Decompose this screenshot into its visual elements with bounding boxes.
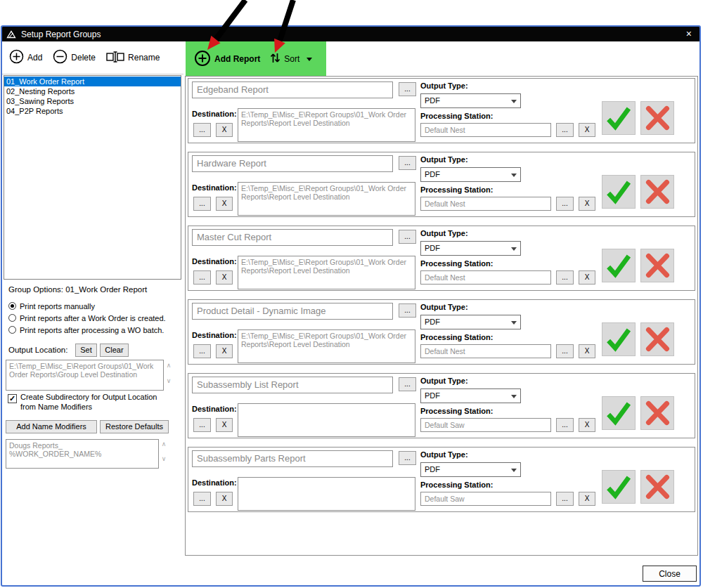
group-list-item[interactable]: 03_Sawing Reports [4,96,181,106]
destination-textarea[interactable] [238,477,415,511]
radio-print-after-work-order[interactable]: Print reports after a Work Order is crea… [8,313,166,322]
report-name-browse-button[interactable]: ... [399,230,416,244]
delete-report-button[interactable] [640,175,674,209]
destination-browse-button[interactable]: ... [193,123,211,137]
output-type-select[interactable]: PDF [420,462,521,477]
name-modifiers-textarea[interactable]: Dougs Reports_ %WORK_ORDER_NAME% [6,439,159,469]
add-name-modifiers-button[interactable]: Add Name Modifiers [6,420,97,433]
delete-report-button[interactable] [640,396,674,430]
processing-station-input[interactable]: Default Saw [420,492,551,506]
report-name-browse-button[interactable]: ... [399,451,416,465]
group-list-item[interactable]: 04_P2P Reports [4,106,181,116]
output-type-select[interactable]: PDF [420,93,521,108]
destination-browse-button[interactable]: ... [193,344,211,358]
delete-group-button[interactable]: Delete [53,49,96,66]
create-subdirectory-checkbox[interactable]: ✓ [8,394,17,403]
station-clear-button[interactable]: X [579,197,595,211]
processing-station-input[interactable]: Default Nest [420,123,551,137]
station-browse-button[interactable]: ... [556,344,574,358]
destination-textarea[interactable]: E:\Temp_E\Misc_E\Report Groups\01_Work O… [238,182,415,216]
report-name-browse-button[interactable]: ... [399,156,416,170]
output-type-select[interactable]: PDF [420,315,521,329]
scroll-down-icon[interactable]: ∨ [164,378,174,384]
group-list-item[interactable]: 02_Nesting Reports [4,86,181,96]
accept-report-button[interactable] [602,396,636,430]
rename-group-button[interactable]: Rename [106,51,160,65]
accept-report-button[interactable] [602,101,636,135]
delete-report-button[interactable] [640,249,674,282]
close-icon[interactable]: × [686,28,692,39]
station-clear-button[interactable]: X [579,344,595,358]
destination-clear-button[interactable]: X [216,492,233,506]
scroll-down-icon[interactable]: ∨ [159,456,169,462]
processing-station-input[interactable]: Default Nest [420,197,551,211]
checkbox-check-icon: ✓ [9,394,15,403]
destination-clear-button[interactable]: X [216,418,233,432]
select-caret-icon [511,174,517,177]
add-report-button[interactable]: Add Report [194,50,260,69]
destination-textarea[interactable]: E:\Temp_E\Misc_E\Report Groups\01_Work O… [238,108,415,142]
report-name-input[interactable]: Hardware Report [192,155,393,172]
destination-clear-button[interactable]: X [216,344,233,358]
destination-browse-button[interactable]: ... [193,418,211,432]
station-browse-button[interactable]: ... [556,492,574,506]
add-group-button[interactable]: Add [9,49,42,66]
report-name-input[interactable]: Edgeband Report [192,81,393,98]
processing-station-input[interactable]: Default Nest [420,344,551,358]
report-name-input[interactable]: Product Detail - Dynamic Image [192,303,393,320]
station-browse-button[interactable]: ... [556,123,574,137]
station-clear-button[interactable]: X [579,492,595,506]
report-name-browse-button[interactable]: ... [399,377,416,391]
x-icon [641,396,673,430]
destination-clear-button[interactable]: X [216,197,233,211]
destination-browse-button[interactable]: ... [193,270,211,285]
delete-report-button[interactable] [640,322,674,356]
destination-browse-button[interactable]: ... [193,492,211,506]
accept-report-button[interactable] [602,175,636,209]
destination-textarea[interactable]: E:\Temp_E\Misc_E\Report Groups\01_Work O… [238,256,415,289]
delete-report-button[interactable] [640,470,674,504]
radio-label: Print reports after processing a WO batc… [20,326,164,334]
processing-station-input[interactable]: Default Nest [420,270,551,285]
station-browse-button[interactable]: ... [556,418,574,432]
output-type-select[interactable]: PDF [420,167,521,182]
clear-output-location-button[interactable]: Clear [100,344,129,357]
output-type-label: Output Type: [420,450,468,459]
scroll-up-icon[interactable]: ∧ [159,441,169,447]
processing-station-input[interactable]: Default Saw [420,418,551,432]
accept-report-button[interactable] [602,322,636,356]
select-caret-icon [511,100,517,103]
scroll-up-icon[interactable]: ∧ [164,362,174,369]
radio-print-after-wo-batch[interactable]: Print reports after processing a WO batc… [8,325,164,334]
output-type-select[interactable]: PDF [420,388,521,403]
accept-report-button[interactable] [602,249,636,282]
report-name-input[interactable]: Subassembly Parts Report [192,450,393,467]
destination-browse-button[interactable]: ... [193,197,211,211]
station-clear-button[interactable]: X [579,418,595,432]
set-output-location-button[interactable]: Set [75,344,97,357]
report-name-browse-button[interactable]: ... [399,303,416,318]
restore-defaults-button[interactable]: Restore Defaults [100,420,169,433]
accept-report-button[interactable] [602,470,636,504]
group-list-item[interactable]: 01_Work Order Report [4,77,181,86]
output-type-label: Output Type: [420,377,468,385]
destination-clear-button[interactable]: X [216,123,233,137]
destination-textarea[interactable]: E:\Temp_E\Misc_E\Report Groups\01_Work O… [238,329,415,363]
report-name-browse-button[interactable]: ... [399,82,416,96]
report-row: Subassembly List Report ... Output Type:… [188,373,695,438]
station-browse-button[interactable]: ... [556,270,574,285]
delete-report-button[interactable] [640,101,674,135]
sort-button[interactable]: Sort [270,52,312,66]
destination-clear-button[interactable]: X [216,270,233,285]
close-button[interactable]: Close [643,566,697,582]
station-clear-button[interactable]: X [579,123,595,137]
destination-textarea[interactable] [238,403,415,437]
processing-station-label: Processing Station: [420,333,493,341]
station-browse-button[interactable]: ... [556,197,574,211]
output-location-textarea[interactable]: E:\Temp_E\Misc_E\Report Groups\01_Work O… [6,360,164,391]
report-name-input[interactable]: Subassembly List Report [192,377,393,393]
station-clear-button[interactable]: X [579,270,595,285]
radio-print-manually[interactable]: Print reports manually [8,301,95,311]
output-type-select[interactable]: PDF [420,241,521,256]
report-name-input[interactable]: Master Cut Report [192,229,393,246]
